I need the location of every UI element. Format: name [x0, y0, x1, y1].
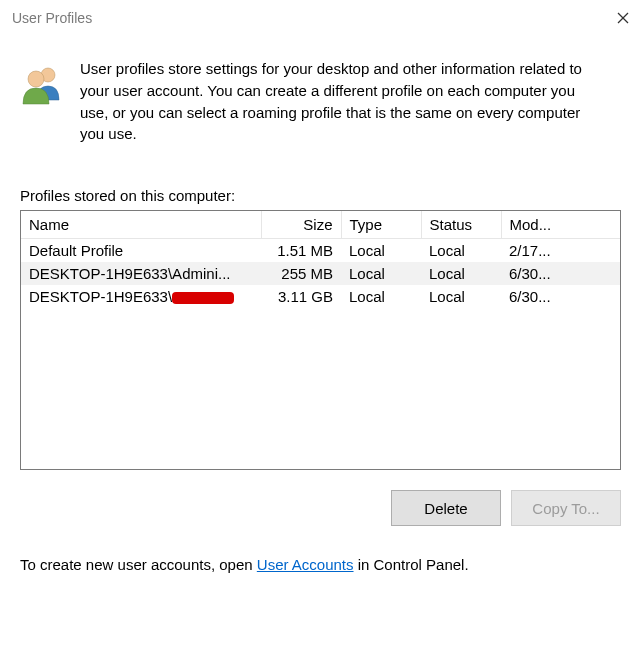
delete-button[interactable]: Delete	[391, 490, 501, 526]
button-row: Delete Copy To...	[20, 490, 621, 526]
col-header-size[interactable]: Size	[261, 211, 341, 239]
intro-block: User profiles store settings for your de…	[20, 40, 621, 149]
footnote: To create new user accounts, open User A…	[20, 556, 621, 573]
profile-row[interactable]: DESKTOP-1H9E633\3.11 GBLocalLocal6/30...	[21, 285, 620, 308]
cell-status: Local	[421, 285, 501, 308]
close-button[interactable]	[589, 12, 629, 24]
cell-status: Local	[421, 239, 501, 263]
footnote-before: To create new user accounts, open	[20, 556, 257, 573]
cell-size: 1.51 MB	[261, 239, 341, 263]
cell-modified: 6/30...	[501, 285, 620, 308]
cell-status: Local	[421, 262, 501, 285]
cell-size: 3.11 GB	[261, 285, 341, 308]
svg-point-3	[28, 71, 44, 87]
col-header-modified[interactable]: Mod...	[501, 211, 620, 239]
cell-name: Default Profile	[21, 239, 261, 263]
col-header-type[interactable]: Type	[341, 211, 421, 239]
users-icon	[20, 58, 64, 145]
col-header-name[interactable]: Name	[21, 211, 261, 239]
redacted-username	[172, 292, 234, 304]
footnote-after: in Control Panel.	[354, 556, 469, 573]
window-title: User Profiles	[12, 10, 589, 26]
cell-size: 255 MB	[261, 262, 341, 285]
copy-to-button[interactable]: Copy To...	[511, 490, 621, 526]
profiles-listbox[interactable]: Name Size Type Status Mod... Default Pro…	[20, 210, 621, 470]
user-accounts-link[interactable]: User Accounts	[257, 556, 354, 573]
user-profiles-dialog: User Profiles User profiles store settin…	[0, 0, 641, 657]
col-header-status[interactable]: Status	[421, 211, 501, 239]
cell-type: Local	[341, 262, 421, 285]
titlebar: User Profiles	[0, 0, 641, 36]
profile-row[interactable]: DESKTOP-1H9E633\Admini...255 MBLocalLoca…	[21, 262, 620, 285]
cell-modified: 2/17...	[501, 239, 620, 263]
section-label: Profiles stored on this computer:	[20, 187, 621, 204]
cell-name: DESKTOP-1H9E633\Admini...	[21, 262, 261, 285]
intro-text: User profiles store settings for your de…	[80, 58, 611, 145]
cell-modified: 6/30...	[501, 262, 620, 285]
cell-name: DESKTOP-1H9E633\	[21, 285, 261, 308]
profile-row[interactable]: Default Profile1.51 MBLocalLocal2/17...	[21, 239, 620, 263]
cell-type: Local	[341, 285, 421, 308]
column-headers: Name Size Type Status Mod...	[21, 211, 620, 239]
cell-type: Local	[341, 239, 421, 263]
close-icon	[617, 12, 629, 24]
